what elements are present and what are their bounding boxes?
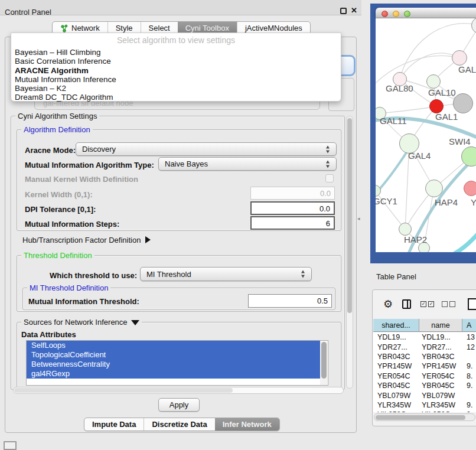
checked-box-icon: ✓ [428,301,434,307]
cell: 12 [462,343,476,351]
node-label: HAP2 [404,234,427,244]
control-panel-titlebar: Control Panel ✕ [0,0,361,15]
network-node-salmon[interactable] [464,181,476,196]
network-node[interactable] [426,74,441,89]
panel-splitter-grip[interactable]: ◂ [357,216,360,221]
cell: 9. [462,410,476,412]
minimize-traffic-light-icon[interactable] [393,11,399,17]
node-label: GAL [458,64,476,74]
cell: 8. [462,372,476,380]
settings-hscroll-thumb[interactable] [14,388,233,393]
tab-discretize-data[interactable]: Discretize Data [144,418,214,431]
tab-infer-network[interactable]: Infer Network [215,418,279,431]
network-icon [60,24,69,32]
dropdown-item[interactable]: Bayesian – K2 [11,84,341,93]
threshold-definition-title: Threshold Definition [21,251,94,260]
network-window-titlebar[interactable] [376,8,476,18]
node-label: GAL10 [428,87,456,97]
aracne-mode-combobox[interactable]: Discovery [76,142,337,156]
which-threshold-combobox[interactable]: MI Threshold [140,267,312,281]
sources-group-toggle[interactable]: Sources for Network Inference [21,318,142,327]
bottom-tabs: Impute Data Discretize Data Infer Networ… [84,418,280,431]
dropdown-item[interactable]: Mutual Information Inference [11,75,341,84]
cell: YBL079W [419,392,462,400]
tab-select-label: Select [149,24,170,32]
list-scrollbar-thumb[interactable] [321,342,327,379]
table-row[interactable]: YLR345WYLR345W9. [373,400,476,410]
tab-cyni-toolbox-label: Cyni Toolbox [185,24,229,32]
table-body[interactable]: YDL19...YDL19...13 YDR27...YDR27...12 YB… [373,332,476,412]
stepper-arrows-icon [325,145,331,153]
network-node[interactable] [425,180,443,197]
table-header: shared... name A [373,319,476,332]
table-row[interactable]: YBL079WYBL079W [373,390,476,400]
list-item-selected[interactable]: gal4RGexp [27,369,320,379]
node-label: GCY1 [376,196,397,206]
hub-section-toggle[interactable]: Hub/Transcription Factor Definition [22,236,151,244]
table-row[interactable]: YPR145WYPR145W9. [373,361,476,371]
dpi-tolerance-field[interactable]: 0.0 [250,201,335,215]
column-header-name[interactable]: name [419,319,462,331]
tab-style-label: Style [116,24,133,32]
mi-steps-label: Mutual Information Steps: [25,220,119,229]
zoom-traffic-light-icon[interactable] [404,11,410,17]
node-label: GAL11 [380,116,407,126]
stepper-arrows-icon [301,270,306,278]
manual-kernel-checkbox[interactable] [325,174,334,182]
dropdown-item[interactable]: Dream8 DC_TDC Algorithm [11,93,341,102]
table-row[interactable]: YBR045CYBR045C9. [373,381,476,390]
mi-steps-field[interactable]: 6 [250,216,335,230]
cell: YPR145W [419,362,462,370]
dropdown-item[interactable]: Basic Correlation Inference [11,57,341,66]
network-node[interactable] [399,223,412,236]
cell: 13 [462,333,476,341]
node-label: GAL4 [408,151,431,161]
close-traffic-light-icon[interactable] [382,11,388,17]
table-panel-title: Table Panel [376,272,416,281]
dropdown-item-highlighted[interactable]: ARACNE Algorithm [11,66,341,75]
minimized-panel-icon[interactable] [4,441,17,450]
cell: YBR045C [419,381,462,390]
table-row[interactable]: YDR27...YDR27...12 [373,342,476,351]
cell: YER054C [373,372,419,380]
list-scrollbar[interactable] [320,341,327,385]
table-row[interactable]: YIL052CYIL052C9. [373,410,476,412]
table-row[interactable]: YER054CYER054C8. [373,371,476,381]
column-header-partial[interactable]: A [462,319,476,331]
float-window-icon[interactable] [340,8,347,14]
gear-icon[interactable]: ⚙ [383,298,393,310]
node-label: HAP4 [435,197,458,207]
dropdown-item[interactable]: Bayesian – Hill Climbing [11,48,341,57]
mi-type-combobox[interactable]: Naive Bayes [158,157,337,171]
list-item-selected[interactable]: TopologicalCoefficient [27,350,320,360]
network-node-gray[interactable] [453,93,473,113]
cell: 9. [462,401,476,409]
checked-box-icon: ✓ [420,301,426,307]
table-hscroll-thumb[interactable] [376,415,465,420]
table-row[interactable]: YDL19...YDL19...13 [373,332,476,342]
hub-section-label: Hub/Transcription Factor Definition [22,236,141,244]
network-canvas[interactable]: GAL GAL80 GAL10 GAL1 GAL11 SWI4 GAL4 GCY… [376,18,476,252]
column-header-shared-name[interactable]: shared... [373,319,419,331]
settings-vscroll-thumb[interactable] [347,118,352,313]
cell: 9. [462,362,476,370]
hide-columns-icon[interactable] [442,301,455,307]
tab-impute-data[interactable]: Impute Data [84,418,144,431]
close-icon[interactable]: ✕ [351,6,357,15]
show-checked-columns-icon[interactable]: ✓ ✓ [420,301,434,307]
settings-horizontal-scrollbar[interactable] [13,387,344,394]
settings-vertical-scrollbar[interactable] [346,116,353,389]
table-horizontal-scrollbar[interactable] [374,413,475,421]
node-label: Y [471,197,476,207]
list-item-selected[interactable]: SelfLoops [27,341,320,350]
kernel-width-field[interactable]: 0.0 [250,187,335,200]
node-label: GAL1 [435,112,458,122]
aracne-mode-value: Discovery [82,145,116,154]
network-node[interactable] [452,50,467,66]
table-row[interactable]: YBR043CYBR043C [373,352,476,361]
mi-threshold-field[interactable]: 0.5 [248,294,332,308]
split-columns-icon[interactable] [402,299,411,309]
list-item-selected[interactable]: BetweennessCentrality [27,360,320,369]
new-table-icon[interactable] [468,298,476,310]
apply-button[interactable]: Apply [158,398,200,412]
